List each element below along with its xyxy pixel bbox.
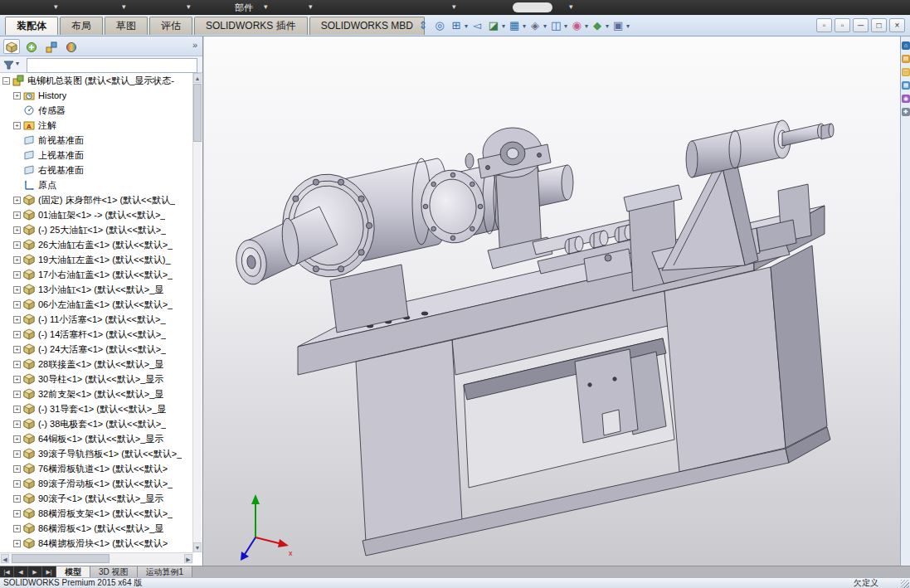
tree-expander[interactable]: + <box>13 510 21 518</box>
resources-icon[interactable]: ⌂ <box>902 41 910 50</box>
tree-item[interactable]: +88横滑板支架<1> (默认<<默认>_ <box>0 506 193 521</box>
tree-expander[interactable]: – <box>2 77 10 85</box>
tree-item[interactable]: +(固定) 床身部件<1> (默认<<默认_ <box>0 192 193 207</box>
tree-expander[interactable]: + <box>13 197 21 204</box>
ribbon-tab-装配体[interactable]: 装配体 <box>5 17 58 35</box>
tab-scroll-button[interactable]: ◀ <box>14 566 28 577</box>
resize-grip[interactable] <box>901 580 909 588</box>
menu-dropdown-caret[interactable]: ▾ <box>569 2 573 11</box>
configurationmanager-icon[interactable] <box>43 39 60 54</box>
featuremanager-tree-icon[interactable] <box>3 39 20 54</box>
zoom-area-icon[interactable]: ⊞ <box>449 18 464 33</box>
tree-item[interactable]: +30导柱<1> (默认<<默认>_显示 <box>0 372 193 386</box>
doc-tab-3D 视图[interactable]: 3D 视图 <box>90 566 138 577</box>
previous-view-icon[interactable]: ◅ <box>470 18 484 33</box>
tree-item[interactable]: +06小左油缸盖<1> (默认<<默认>_ <box>0 297 193 312</box>
tree-expander[interactable]: + <box>13 301 21 309</box>
doc-tab-模型[interactable]: 模型 <box>56 566 90 577</box>
view-palette-icon[interactable]: ▦ <box>902 81 910 90</box>
tree-expander[interactable]: + <box>13 316 21 323</box>
tree-expander[interactable]: + <box>13 122 21 129</box>
filter-funnel-icon[interactable] <box>3 59 14 74</box>
graphics-viewport[interactable]: x <box>204 36 900 566</box>
menu-dropdown-caret[interactable]: ▾ <box>187 2 191 11</box>
tree-expander[interactable]: + <box>13 241 21 249</box>
tree-item[interactable]: +26大油缸右盖<1> (默认<<默认>_ <box>0 237 193 252</box>
ribbon-tab-评估[interactable]: 评估 <box>149 17 192 35</box>
ribbon-tab-SOLIDWORKS 插件[interactable]: SOLIDWORKS 插件 <box>194 17 308 35</box>
tree-item[interactable]: 原点 <box>0 177 193 192</box>
tree-horizontal-scrollbar[interactable]: ◀ ▶ <box>0 552 193 564</box>
tree-expander[interactable]: + <box>13 346 21 353</box>
tree-expander[interactable]: + <box>13 525 21 532</box>
tree-expander[interactable]: + <box>13 406 21 413</box>
appearances-icon[interactable]: ◉ <box>902 95 910 103</box>
scroll-up-arrow[interactable]: ▲ <box>193 73 202 83</box>
tree-expander[interactable]: + <box>13 256 21 264</box>
tree-item[interactable]: +(-) 25大油缸<1> (默认<<默认>_ <box>0 222 193 237</box>
file-explorer-icon[interactable]: ◫ <box>902 68 910 76</box>
tree-expander[interactable]: + <box>13 331 21 338</box>
apply-scene-icon[interactable]: ◆ <box>590 18 605 33</box>
tree-expander[interactable]: + <box>13 495 21 503</box>
tree-item[interactable]: +(-) 11小活塞<1> (默认<<默认>_ <box>0 312 193 327</box>
tree-item[interactable]: +A注解 <box>0 118 193 133</box>
tab-scroll-button[interactable]: ▶| <box>42 566 56 577</box>
tree-item[interactable]: –电铆机总装图 (默认<默认_显示状态- <box>0 73 193 88</box>
tree-expander[interactable]: + <box>13 226 21 234</box>
dropdown-caret-icon[interactable]: ▾ <box>502 22 505 30</box>
tree-expander[interactable]: + <box>13 420 21 428</box>
tab-scroll-button[interactable]: |◀ <box>0 566 14 577</box>
tree-expander[interactable]: + <box>13 286 21 294</box>
panel-expand-chevrons[interactable]: » <box>192 40 197 50</box>
tree-item[interactable]: +History <box>0 88 193 103</box>
tree-vertical-scrollbar[interactable]: ▲ ▼ <box>192 73 202 552</box>
tree-expander[interactable]: + <box>13 271 21 279</box>
tree-item[interactable]: +17小右油缸盖<1> (默认<<默认>_ <box>0 267 193 282</box>
propertymanager-icon[interactable] <box>23 39 40 54</box>
view-orientation-icon[interactable]: ▦ <box>507 18 522 33</box>
tree-expander[interactable]: + <box>13 376 21 383</box>
tab-scroll-button[interactable]: ▶ <box>28 566 42 577</box>
menu-dropdown-caret[interactable]: ▾ <box>309 2 313 11</box>
dropdown-caret-icon[interactable]: ▾ <box>543 22 547 30</box>
tree-expander[interactable]: + <box>13 211 21 219</box>
tree-item[interactable]: +89滚子滑动板<1> (默认<<默认>_ <box>0 476 193 491</box>
tree-expander[interactable]: + <box>13 540 21 547</box>
tree-filter-input[interactable] <box>27 58 197 73</box>
dropdown-caret-icon[interactable]: ▾ <box>523 22 526 30</box>
tree-item[interactable]: +39滚子导轨挡板<1> (默认<<默认>_ <box>0 446 193 461</box>
zoom-to-fit-icon[interactable]: ◎ <box>432 18 447 33</box>
tree-item[interactable]: +(-) 14活塞杆<1> (默认<<默认>_ <box>0 327 193 342</box>
displaymanager-icon[interactable] <box>63 39 80 54</box>
dropdown-caret-icon[interactable]: ▾ <box>606 22 609 30</box>
tree-item[interactable]: +01油缸架<1> -> (默认<<默认>_ <box>0 207 193 222</box>
tree-item[interactable]: +28联接盖<1> (默认<<默认>_显 <box>0 357 193 372</box>
scroll-left-arrow[interactable]: ◀ <box>1 554 9 563</box>
tree-item[interactable]: +(-) 24大活塞<1> (默认<<默认>_ <box>0 342 193 357</box>
scroll-thumb[interactable] <box>12 554 109 563</box>
tree-expander[interactable]: + <box>13 465 21 473</box>
assembly-model[interactable]: x <box>204 36 900 566</box>
tree-expander[interactable]: + <box>13 391 21 398</box>
doc-window-icon-1[interactable]: ▫ <box>816 18 832 32</box>
filter-caret-icon[interactable]: ▾ <box>16 60 19 67</box>
doc-window-icon-2[interactable]: ▫ <box>835 18 850 32</box>
tree-item[interactable]: +76横滑板轨道<1> (默认<<默认> <box>0 461 193 476</box>
view-settings-icon[interactable]: ▣ <box>611 18 625 33</box>
tree-item[interactable]: +19大油缸左盖<1> (默认<<默认)_ <box>0 252 193 267</box>
edit-appearance-icon[interactable]: ◉ <box>569 18 584 33</box>
ribbon-tab-草图[interactable]: 草图 <box>105 17 148 35</box>
display-style-icon[interactable]: ◈ <box>528 18 543 33</box>
section-view-icon[interactable]: ◪ <box>486 18 501 33</box>
ribbon-tab-布局[interactable]: 布局 <box>60 17 103 35</box>
menu-dropdown-caret[interactable]: ▾ <box>452 2 456 11</box>
tree-item[interactable]: +(-) 38电极套<1> (默认<<默认>_ <box>0 416 193 431</box>
tree-item[interactable]: +13小油缸<1> (默认<<默认>_显 <box>0 282 193 297</box>
tree-item[interactable]: +(-) 31导套<1> (默认<<默认>_显 <box>0 401 193 416</box>
custom-properties-icon[interactable]: ✚ <box>902 108 910 116</box>
minimize-button[interactable]: ─ <box>853 18 869 32</box>
tree-item[interactable]: 右视基准面 <box>0 163 193 177</box>
close-button[interactable]: × <box>889 18 905 32</box>
tree-item[interactable]: +90滚子<1> (默认<<默认>_显示 <box>0 491 193 506</box>
